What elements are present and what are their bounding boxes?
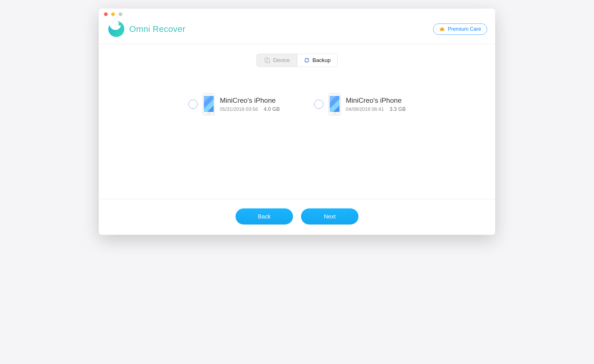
window-zoom-button[interactable] [119, 12, 122, 16]
backup-size: 3.3 GB [389, 106, 406, 112]
source-segment: Device Backup [99, 44, 495, 67]
backup-name: MiniCreo's iPhone [346, 96, 406, 104]
app-window: Omni Recover Premium Care [99, 9, 495, 235]
device-icon [264, 57, 270, 63]
phone-icon [203, 93, 215, 115]
premium-care-label: Premium Care [448, 26, 481, 32]
backup-name: MiniCreo's iPhone [220, 96, 280, 104]
app-brand: Omni Recover [107, 20, 185, 38]
svg-rect-2 [267, 59, 269, 63]
next-button[interactable]: Next [301, 208, 358, 224]
premium-care-button[interactable]: Premium Care [433, 24, 487, 35]
mac-titlebar [99, 9, 495, 18]
app-logo-icon [107, 20, 126, 38]
footer-actions: Back Next [99, 199, 495, 235]
tab-device-label: Device [273, 57, 290, 63]
tab-backup[interactable]: Backup [297, 54, 337, 67]
window-minimize-button[interactable] [111, 12, 115, 16]
backup-item[interactable]: MiniCreo's iPhone 05/31/2018 03:56 4.0 G… [188, 93, 280, 115]
tab-device[interactable]: Device [257, 54, 297, 67]
backup-info: MiniCreo's iPhone 04/08/2018 06:41 3.3 G… [346, 96, 406, 112]
backup-date: 04/08/2018 06:41 [346, 107, 384, 112]
backup-radio[interactable] [188, 100, 198, 109]
tab-backup-label: Backup [313, 57, 331, 63]
svg-point-0 [118, 22, 122, 26]
app-title: Omni Recover [129, 24, 185, 34]
backup-info: MiniCreo's iPhone 05/31/2018 03:56 4.0 G… [220, 96, 280, 112]
backup-list: MiniCreo's iPhone 05/31/2018 03:56 4.0 G… [99, 67, 495, 127]
phone-icon [329, 93, 341, 115]
app-header: Omni Recover Premium Care [99, 18, 495, 44]
crown-icon [439, 27, 445, 31]
refresh-icon [304, 57, 310, 63]
backup-item[interactable]: MiniCreo's iPhone 04/08/2018 06:41 3.3 G… [314, 93, 406, 115]
backup-size: 4.0 GB [264, 106, 280, 112]
main-content: Device Backup MiniCreo [99, 44, 495, 199]
window-close-button[interactable] [104, 12, 108, 16]
back-button[interactable]: Back [236, 208, 293, 224]
next-button-label: Next [324, 213, 335, 220]
backup-date: 05/31/2018 03:56 [220, 107, 258, 112]
back-button-label: Back [258, 213, 271, 220]
backup-radio[interactable] [314, 100, 323, 109]
